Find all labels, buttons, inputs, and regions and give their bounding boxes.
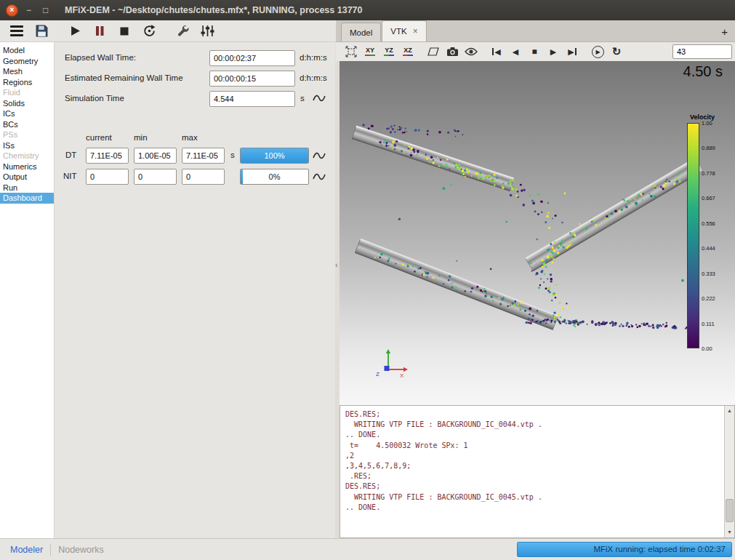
- nit-current-input[interactable]: [86, 169, 129, 185]
- maximize-button[interactable]: □: [39, 4, 52, 17]
- tab-close-icon[interactable]: ×: [413, 26, 418, 36]
- sidebar-item-run[interactable]: Run: [0, 183, 54, 193]
- sidebar-item-model[interactable]: Model: [0, 45, 54, 56]
- console-line: ,2: [345, 451, 721, 461]
- plot-curve-icon: [313, 151, 326, 161]
- scroll-thumb[interactable]: [726, 499, 734, 522]
- tabbar: Model VTK × +: [336, 20, 735, 42]
- header-current: current: [86, 133, 112, 142]
- sidebar-item-geometry[interactable]: Geometry: [0, 56, 54, 67]
- last-frame-button[interactable]: ▶: [563, 44, 582, 60]
- close-button[interactable]: ×: [6, 4, 18, 17]
- stop-playback-button[interactable]: ■: [525, 44, 544, 60]
- wrench-icon: [176, 24, 190, 38]
- sliders-icon: [201, 25, 214, 37]
- next-frame-button[interactable]: ▶: [544, 44, 563, 60]
- console-panel[interactable]: DES.RES; WRITING VTP FILE : BACKGROUND_I…: [340, 405, 735, 538]
- run-progress-bar: MFiX running: elapsed time 0:02:37: [517, 542, 732, 557]
- mode-modeler[interactable]: Modeler: [10, 545, 43, 555]
- fit-view-button[interactable]: [342, 44, 361, 60]
- dt-progress-label: 100%: [241, 148, 308, 163]
- settings-button[interactable]: [195, 21, 220, 41]
- run-button[interactable]: [63, 21, 87, 41]
- visibility-button[interactable]: [462, 44, 481, 60]
- console-line: .RES;: [345, 471, 721, 481]
- sim-time-plot-button[interactable]: [311, 92, 327, 105]
- sidebar-item-solids[interactable]: Solids: [0, 98, 54, 109]
- first-frame-button[interactable]: ◀: [487, 44, 506, 60]
- dt-unit-label: s: [230, 151, 235, 159]
- yz-axes-icon: [384, 55, 394, 56]
- vtk-viewport[interactable]: X Z 4.50 s Velocity 1.000.8890.7780.6670…: [340, 61, 735, 405]
- menu-button[interactable]: [4, 21, 29, 41]
- pause-icon: [95, 25, 105, 36]
- sidebar-item-ics[interactable]: ICs: [0, 108, 54, 119]
- remaining-wall-time-input[interactable]: [209, 71, 295, 87]
- sidebar-nav: ModelGeometryMeshRegionsFluidSolidsICsBC…: [0, 42, 55, 538]
- viewport-background: [340, 61, 735, 405]
- tab-vtk-label: VTK: [390, 27, 406, 36]
- sidebar-item-iss[interactable]: ISs: [0, 140, 54, 151]
- screenshot-button[interactable]: [443, 44, 462, 60]
- console-line: DES.RES;: [345, 481, 721, 492]
- save-button[interactable]: [29, 21, 54, 41]
- run-pane: Elapsed Wall Time: d:h:m:s Estimated Rem…: [55, 42, 336, 538]
- reset-button[interactable]: [137, 21, 161, 41]
- nit-row-label: NIT: [63, 172, 77, 180]
- header-max: max: [182, 133, 198, 142]
- perspective-button[interactable]: [424, 44, 443, 60]
- elapsed-wall-time-label: Elapsed Wall Time:: [65, 53, 136, 62]
- legend-colorbar: [687, 123, 699, 348]
- legend-tick-label: 0.00: [702, 345, 712, 352]
- nit-max-input[interactable]: [182, 169, 225, 185]
- nit-min-input[interactable]: [134, 169, 177, 185]
- legend-tick-label: 0.778: [702, 170, 715, 177]
- tab-vtk[interactable]: VTK ×: [382, 20, 426, 41]
- legend-tick-label: 0.667: [702, 195, 715, 201]
- console-line: ,3,4,5,6,7,8,9;: [345, 461, 721, 471]
- previous-frame-button[interactable]: ◀: [506, 44, 525, 60]
- z-axis-icon: [385, 366, 390, 371]
- play-frames-button[interactable]: ▶: [588, 44, 607, 60]
- sidebar-item-dashboard[interactable]: Dashboard: [0, 193, 54, 204]
- simulation-time-unit-label: s: [300, 94, 305, 103]
- build-button[interactable]: [170, 21, 195, 41]
- reload-button[interactable]: ↻: [607, 44, 626, 60]
- sidebar-item-mesh[interactable]: Mesh: [0, 66, 54, 77]
- legend-tick-label: 0.111: [702, 321, 715, 327]
- run-progress-text: MFiX running: elapsed time 0:02:37: [593, 543, 726, 556]
- scroll-down-button[interactable]: ▼: [725, 527, 734, 537]
- velocity-legend: Velocity 1.000.8890.7780.6670.5560.4440.…: [684, 113, 731, 348]
- tab-model[interactable]: Model: [341, 23, 381, 41]
- x-axis-label: X: [400, 372, 404, 379]
- frame-number-input[interactable]: [672, 44, 732, 59]
- eye-icon: [465, 47, 478, 56]
- nit-plot-button[interactable]: [311, 170, 327, 183]
- minimize-button[interactable]: −: [23, 4, 35, 17]
- vtk-3d-scene: X Z: [340, 61, 735, 405]
- add-tab-button[interactable]: +: [721, 25, 728, 38]
- sidebar-item-pss: PSs: [0, 129, 54, 140]
- sidebar-item-output[interactable]: Output: [0, 172, 54, 183]
- dt-min-input[interactable]: [134, 148, 177, 164]
- simulation-time-input[interactable]: [209, 91, 295, 107]
- z-axis-label: Z: [376, 371, 379, 377]
- pause-button[interactable]: [87, 21, 112, 41]
- stop-button[interactable]: [112, 21, 137, 41]
- dt-current-input[interactable]: [86, 148, 129, 164]
- legend-tick-label: 0.444: [702, 245, 715, 252]
- view-xz-button[interactable]: XZ: [398, 44, 417, 60]
- dt-row-label: DT: [65, 151, 76, 159]
- mode-nodeworks[interactable]: Nodeworks: [58, 545, 104, 555]
- console-scrollbar[interactable]: ▲ ▼: [724, 406, 734, 537]
- sidebar-item-regions[interactable]: Regions: [0, 77, 54, 88]
- legend-tick-label: 0.556: [702, 220, 715, 227]
- dt-max-input[interactable]: [182, 148, 225, 164]
- sidebar-item-bcs[interactable]: BCs: [0, 119, 54, 130]
- elapsed-wall-time-input[interactable]: [209, 50, 295, 66]
- view-yz-button[interactable]: YZ: [379, 44, 398, 60]
- view-xy-button[interactable]: XY: [361, 44, 379, 60]
- scroll-up-button[interactable]: ▲: [725, 406, 734, 416]
- sidebar-item-numerics[interactable]: Numerics: [0, 161, 54, 172]
- dt-plot-button[interactable]: [311, 149, 327, 162]
